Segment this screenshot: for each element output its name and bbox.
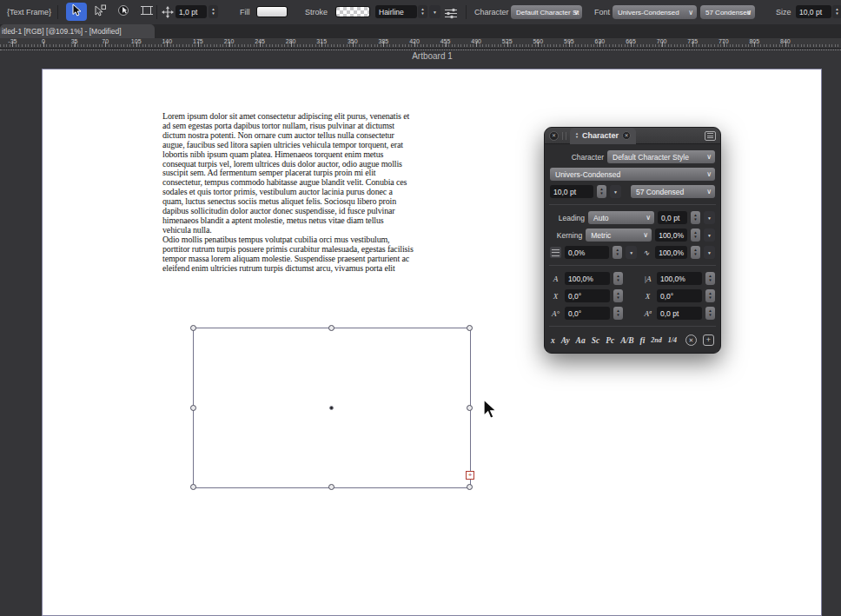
feature-button-14[interactable]: 1/4 (668, 336, 677, 344)
horizontal-scale-stepper[interactable] (613, 272, 623, 285)
rotate-tool-button[interactable] (113, 3, 134, 21)
stroke-options-icon[interactable] (444, 7, 458, 23)
stroke-weight-input[interactable]: 1,0 pt (175, 5, 207, 18)
stroke-weight-stepper[interactable] (209, 5, 218, 18)
artboard-label[interactable]: Artboard 1 (382, 51, 482, 61)
skew-horizontal-stepper[interactable] (613, 289, 623, 302)
character-style-dropdown[interactable]: Default Character St (511, 5, 582, 19)
selection-handle[interactable] (328, 484, 334, 490)
selection-handle[interactable] (467, 484, 473, 490)
ruler-minor-tick (619, 44, 619, 47)
stroke-color-swatch[interactable] (335, 6, 370, 17)
fill-color-swatch[interactable] (256, 6, 288, 17)
ruler-unit-label: 770 (718, 38, 729, 44)
panel-close-icon[interactable]: ✕ (549, 131, 559, 141)
selected-object-frame[interactable] (193, 328, 471, 488)
tracking-menu-button[interactable] (626, 246, 637, 259)
feature-button-ab[interactable]: A/B (620, 336, 633, 345)
kerning-menu-button[interactable] (704, 229, 715, 242)
baseline-shift-input[interactable]: 0,0 pt (657, 307, 702, 320)
stroke-style-stepper[interactable] (418, 5, 427, 18)
ruler-minor-tick (244, 44, 245, 47)
selection-handle[interactable] (467, 405, 473, 411)
font-style-dropdown[interactable]: 57 Condensed (631, 185, 715, 198)
stroke-style-menu-button[interactable] (429, 5, 440, 18)
ruler-minor-tick (59, 44, 60, 47)
ruler-minor-tick (170, 44, 171, 47)
ruler-minor-tick (482, 44, 483, 47)
ruler-minor-tick (659, 44, 659, 47)
vertical-scale-input[interactable]: 100,0% (657, 272, 702, 285)
selection-handle[interactable] (190, 405, 196, 411)
kerning-stepper[interactable] (691, 229, 700, 242)
ruler-minor-tick (738, 44, 739, 47)
font-size-stepper[interactable] (832, 5, 841, 18)
ruler-unit-label: 420 (409, 38, 420, 44)
font-size-input[interactable]: 10,0 pt (550, 185, 593, 198)
font-style-dropdown[interactable]: 57 Condensed (700, 5, 755, 19)
baseline-shift-icon: Aª (642, 309, 653, 318)
skew-horizontal-input[interactable]: 0,0° (565, 289, 610, 302)
leading-mode-dropdown[interactable]: Auto (588, 211, 654, 224)
ruler-minor-tick (288, 44, 288, 47)
ruler-minor-tick (532, 44, 533, 47)
tracking-icon[interactable] (550, 247, 561, 258)
ruler-unit-label: -35 (8, 38, 17, 44)
character-panel-tab[interactable]: Character ✕ (570, 128, 636, 144)
feature-button-fi[interactable]: fi (640, 336, 646, 345)
ruler-minor-tick (18, 44, 19, 47)
font-family-dropdown[interactable]: Univers-Condensed (613, 5, 697, 19)
character-rotation-stepper[interactable] (613, 307, 623, 320)
ruler-minor-tick (355, 44, 356, 47)
select-tool-button[interactable] (66, 3, 87, 21)
baseline-shift-stepper[interactable] (705, 307, 715, 320)
vertical-scale-stepper[interactable] (705, 272, 715, 285)
feature-button-2nd[interactable]: 2nd (651, 336, 661, 344)
stroke-style-dropdown[interactable]: Hairline (375, 5, 417, 18)
document-tab[interactable]: itled-1 [RGB] [@109.1%] - [Modified] (0, 24, 155, 38)
font-size-stepper[interactable] (597, 185, 606, 198)
skew-vertical-stepper[interactable] (705, 289, 715, 302)
leading-stepper[interactable] (691, 211, 700, 224)
direct-select-tool-button[interactable] (89, 3, 110, 21)
feature-button-ay[interactable]: Ay (561, 336, 570, 345)
clear-features-icon[interactable]: ✕ (685, 334, 697, 346)
tracking-input[interactable]: 0,0% (565, 246, 609, 259)
tracking-stepper[interactable] (613, 246, 622, 259)
ruler-minor-tick (652, 44, 653, 47)
text-frame-content[interactable]: Lorem ipsum dolor sit amet consectetur a… (162, 112, 414, 273)
selection-handle[interactable] (190, 325, 196, 331)
font-size-menu-button[interactable] (610, 185, 621, 198)
tab-close-icon[interactable]: ✕ (622, 131, 631, 140)
panel-drag-grip[interactable] (562, 132, 566, 140)
feature-button-aa[interactable]: Aa (576, 336, 586, 345)
text-outport-handle[interactable] (466, 471, 474, 480)
character-style-dropdown[interactable]: Default Character Style (607, 150, 715, 163)
feature-button-sc[interactable]: Sc (592, 336, 600, 345)
leading-value-input[interactable]: 0,0 pt (658, 211, 687, 224)
ruler-minor-tick (677, 44, 678, 47)
word-spacing-stepper[interactable] (691, 246, 700, 259)
ruler-minor-tick (182, 44, 183, 47)
add-feature-icon[interactable]: + (703, 334, 714, 346)
panel-menu-icon[interactable] (705, 131, 716, 141)
kerning-value-input[interactable]: 100,0% (655, 229, 687, 242)
character-rotation-input[interactable]: 0,0° (565, 307, 610, 320)
word-spacing-input[interactable]: 100,0% (655, 246, 687, 259)
selection-handle[interactable] (190, 484, 196, 490)
center-point-handle[interactable] (329, 406, 334, 410)
frame-tool-button[interactable] (136, 3, 157, 21)
font-size-input[interactable]: 10,0 pt (796, 5, 831, 18)
feature-button-x[interactable]: x (551, 336, 555, 345)
horizontal-scale-input[interactable]: 100,0% (565, 272, 610, 285)
skew-vertical-input[interactable]: 0,0° (657, 289, 702, 302)
font-family-dropdown[interactable]: Univers-Condensed (550, 168, 715, 181)
word-spacing-menu-button[interactable] (704, 246, 715, 259)
ruler-unit-label: 735 (687, 38, 698, 44)
feature-button-pc[interactable]: Pc (606, 336, 614, 345)
ruler-minor-tick (99, 44, 100, 47)
kerning-mode-dropdown[interactable]: Metric (586, 229, 652, 242)
selection-handle[interactable] (467, 325, 473, 331)
leading-menu-button[interactable] (704, 211, 715, 224)
selection-handle[interactable] (328, 325, 334, 331)
